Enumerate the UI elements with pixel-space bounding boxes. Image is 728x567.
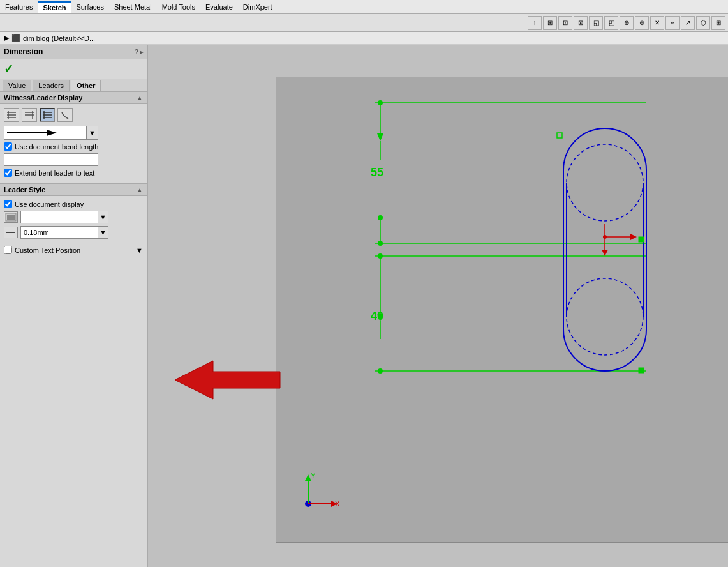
arrow-style-dropdown[interactable]: ▼ — [4, 126, 98, 140]
svg-point-37 — [567, 144, 643, 221]
panel-help-icon[interactable]: ? — [135, 49, 138, 56]
thickness-icon — [4, 227, 18, 238]
menu-surfaces[interactable]: Surfaces — [71, 2, 109, 12]
toolbar-btn-2[interactable]: ⊞ — [543, 16, 557, 30]
leader-style-section-header[interactable]: Leader Style ▲ — [0, 183, 147, 196]
witness-style-btn-1[interactable] — [4, 108, 19, 122]
custom-text-section: Custom Text Position ▼ — [0, 243, 147, 257]
witness-leader-title: Witness/Leader Display — [4, 94, 82, 102]
menu-features[interactable]: Features — [0, 2, 38, 12]
toolbar-btn-7[interactable]: ⊕ — [620, 16, 634, 30]
svg-marker-23 — [377, 133, 383, 141]
witness-style-btn-3[interactable] — [40, 108, 55, 122]
tab-bar: Value Leaders Other — [0, 79, 147, 91]
witness-style-btn-2[interactable] — [22, 108, 37, 122]
leader-style-dropdown-btn[interactable]: ▼ — [98, 211, 108, 223]
left-panel: Dimension ? ▸ ✓ Value Leaders Other Witn… — [0, 45, 148, 567]
toolbar-btn-1[interactable]: ↑ — [528, 16, 542, 30]
menu-sheet-metal[interactable]: Sheet Metal — [109, 2, 157, 12]
panel-header: Dimension ? ▸ — [0, 45, 147, 59]
doc-display-row: Use document display — [4, 200, 143, 208]
svg-point-25 — [378, 100, 383, 105]
accept-button[interactable]: ✓ — [4, 62, 143, 76]
svg-text:Y: Y — [311, 472, 316, 480]
toolbar-btn-5[interactable]: ◱ — [589, 16, 603, 30]
thickness-value-display: 0.18mm — [21, 229, 98, 236]
menu-evaluate[interactable]: Evaluate — [200, 2, 238, 12]
arrow-preview — [4, 128, 86, 137]
toolbar-btn-13[interactable]: ⊞ — [711, 16, 725, 30]
menu-bar: Features Sketch Surfaces Sheet Metal Mol… — [0, 0, 728, 14]
bend-value-input[interactable]: 12.000mm — [4, 153, 98, 166]
leader-style-dropdown[interactable]: ▼ — [20, 211, 108, 223]
svg-point-28 — [378, 241, 383, 246]
thickness-dropdown[interactable]: 0.18mm ▼ — [20, 226, 108, 239]
leader-style-row: ▼ — [4, 211, 143, 223]
drawing-viewport[interactable]: 55 40 — [276, 77, 728, 543]
bend-length-row: Use document bend length — [4, 142, 143, 151]
main-layout: Dimension ? ▸ ✓ Value Leaders Other Witn… — [0, 45, 728, 567]
leader-style-collapse[interactable]: ▲ — [137, 186, 143, 193]
toolbar-btn-8[interactable]: ⊖ — [635, 16, 649, 30]
menu-dimxpert[interactable]: DimXpert — [238, 2, 278, 12]
svg-point-32 — [378, 253, 383, 259]
menu-mold-tools[interactable]: Mold Tools — [157, 2, 200, 12]
menu-sketch[interactable]: Sketch — [38, 1, 71, 13]
extend-leader-row: Extend bent leader to text — [4, 169, 143, 177]
svg-text:55: 55 — [371, 166, 383, 179]
svg-point-38 — [567, 278, 643, 355]
tree-expand-icon[interactable]: ▶ — [4, 34, 9, 42]
svg-rect-43 — [639, 368, 644, 373]
doc-display-checkbox[interactable] — [4, 200, 12, 208]
toolbar-btn-10[interactable]: ⌖ — [665, 16, 680, 30]
bend-length-checkbox[interactable] — [4, 142, 12, 151]
main-toolbar: ↑ ⊞ ⊡ ⊠ ◱ ◰ ⊕ ⊖ ✕ ⌖ ↗ ⬡ ⊞ — [0, 14, 728, 32]
custom-text-checkbox[interactable] — [4, 246, 12, 254]
custom-text-expand[interactable]: ▼ — [136, 246, 143, 254]
bend-length-label: Use document bend length — [15, 143, 98, 151]
thickness-dropdown-btn[interactable]: ▼ — [98, 227, 108, 238]
large-red-arrow — [175, 358, 283, 404]
tab-other[interactable]: Other — [71, 80, 101, 91]
custom-text-header[interactable]: Custom Text Position ▼ — [0, 243, 147, 257]
red-arrow-svg — [175, 358, 283, 402]
toolbar-btn-9[interactable]: ✕ — [650, 16, 664, 30]
svg-marker-12 — [47, 130, 57, 136]
toolbar-btn-11[interactable]: ↗ — [681, 16, 695, 30]
panel-expand-icon[interactable]: ▸ — [140, 49, 143, 56]
leader-style-title: Leader Style — [4, 186, 45, 193]
panel-header-icons: ? ▸ — [135, 49, 143, 56]
arrow-dropdown-btn[interactable]: ▼ — [86, 126, 98, 139]
toolbar-btn-4[interactable]: ⊠ — [574, 16, 588, 30]
leader-style-content: Use document display ▼ — [0, 196, 147, 243]
svg-marker-48 — [630, 234, 637, 240]
doc-icon: ⬛ — [11, 34, 20, 42]
tab-leaders[interactable]: Leaders — [33, 80, 70, 91]
toolbar-btn-6[interactable]: ◰ — [604, 16, 618, 30]
leader-style-icon — [4, 211, 18, 223]
thickness-value-text: 0.18mm — [24, 229, 49, 236]
extend-leader-checkbox[interactable] — [4, 169, 12, 177]
tab-value[interactable]: Value — [3, 80, 31, 91]
svg-text:X: X — [335, 500, 340, 508]
title-bar: ▶ ⬛ dim blog (Default<<D... — [0, 32, 728, 45]
extend-leader-label: Extend bent leader to text — [15, 169, 94, 177]
svg-marker-46 — [602, 250, 608, 256]
witness-style-btn-4[interactable] — [57, 108, 73, 122]
toolbar-btn-3[interactable]: ⊡ — [558, 16, 572, 30]
doc-display-label: Use document display — [15, 200, 84, 208]
axes-svg: Y X — [295, 472, 346, 523]
witness-icon-row — [4, 108, 143, 122]
svg-marker-56 — [175, 361, 280, 399]
svg-point-33 — [378, 368, 383, 374]
witness-leader-collapse[interactable]: ▲ — [137, 94, 143, 102]
witness-leader-content: ▼ Use document bend length 12.000mm Exte… — [0, 104, 147, 183]
svg-rect-42 — [639, 237, 644, 242]
thickness-row: 0.18mm ▼ — [4, 226, 143, 239]
custom-text-label: Custom Text Position — [15, 246, 80, 254]
toolbar-btn-12[interactable]: ⬡ — [696, 16, 710, 30]
svg-text:40: 40 — [371, 310, 383, 322]
panel-title: Dimension — [4, 47, 43, 56]
document-title: dim blog (Default<<D... — [23, 34, 95, 42]
witness-leader-section-header[interactable]: Witness/Leader Display ▲ — [0, 91, 147, 104]
